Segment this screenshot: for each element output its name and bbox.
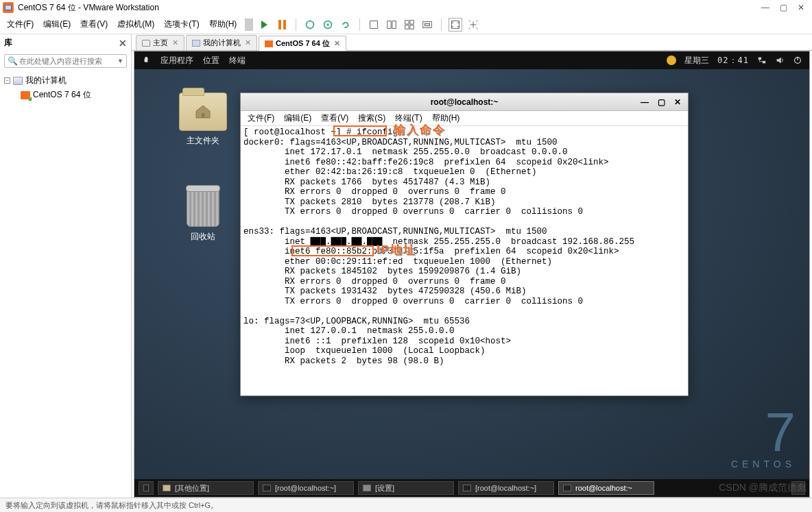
revert-button[interactable] [339, 18, 353, 32]
menu-tabs[interactable]: 选项卡(T) [160, 16, 203, 33]
svg-rect-7 [410, 20, 414, 23]
gnome-foot-icon[interactable] [141, 56, 151, 65]
gnome-places[interactable]: 位置 [203, 55, 219, 66]
desktop-trash[interactable]: 回收站 [173, 188, 233, 243]
svg-rect-6 [405, 20, 409, 23]
gnome-taskbar: [其他位置] [root@localhost:~] [设置] [root@loc… [134, 479, 809, 497]
tree-vm-item[interactable]: CentOS 7 64 位 [0, 88, 131, 102]
gnome-applications[interactable]: 应用程序 [160, 55, 193, 66]
house-icon [194, 104, 212, 119]
tree-root[interactable]: − 我的计算机 [0, 73, 131, 88]
home-icon [142, 40, 150, 47]
tab-close-icon[interactable]: ✕ [334, 39, 340, 48]
tree-vm-label: CentOS 7 64 位 [33, 89, 91, 101]
tab-close-icon[interactable]: ✕ [172, 38, 178, 47]
volume-icon[interactable] [775, 56, 785, 65]
svg-rect-5 [392, 21, 396, 28]
tab-close-icon[interactable]: ✕ [245, 38, 251, 47]
vm-viewport[interactable]: 应用程序 位置 终端 星期三 02：41 主文件夹 回收站 [134, 51, 810, 498]
face-icon[interactable] [667, 56, 676, 65]
centos-watermark: 7 CENTOS [731, 401, 796, 470]
fullscreen-button[interactable] [449, 18, 462, 32]
vm-icon [265, 40, 273, 47]
term-menu-search[interactable]: 搜索(S) [354, 111, 390, 125]
terminal-window[interactable]: root@localhost:~ — ▢ ✕ 文件(F) 编辑(E) 查看(V)… [240, 93, 689, 396]
vm-icon [21, 91, 30, 99]
taskbar-item-settings[interactable]: [设置] [358, 481, 454, 495]
terminal-menu: 文件(F) 编辑(E) 查看(V) 搜索(S) 终端(T) 帮助(H) [241, 111, 688, 126]
maximize-button[interactable]: ▢ [775, 1, 791, 14]
pause-button[interactable] [275, 18, 289, 32]
tab-home[interactable]: 主页✕ [136, 35, 184, 50]
terminal-title-bar[interactable]: root@localhost:~ — ▢ ✕ [241, 93, 688, 111]
view-single-button[interactable] [367, 18, 381, 32]
svg-rect-11 [425, 23, 430, 26]
annotation-label-command: 输入命令 [394, 122, 446, 138]
play-button[interactable] [257, 18, 271, 32]
vmware-status-bar: 要将输入定向到该虚拟机，请将鼠标指针移入其中或按 Ctrl+G。 [0, 498, 812, 512]
vmware-logo-icon [3, 2, 14, 13]
network-icon[interactable] [757, 56, 767, 65]
svg-rect-12 [452, 21, 459, 28]
vmware-title-bar: CentOS 7 64 位 - VMware Workstation — ▢ ✕ [0, 0, 812, 15]
snapshot-mgr-button[interactable] [321, 18, 335, 32]
stretch-button[interactable] [466, 18, 480, 32]
status-message: 要将输入定向到该虚拟机，请将鼠标指针移入其中或按 Ctrl+G。 [5, 500, 218, 511]
unity-button[interactable] [420, 18, 434, 32]
files-icon [163, 485, 171, 491]
taskbar-item-terminal-2[interactable]: [root@localhost:~] [458, 481, 554, 495]
tab-bar: 主页✕ 我的计算机✕ CentOS 7 64 位✕ [132, 34, 812, 51]
term-menu-edit[interactable]: 编辑(E) [280, 111, 315, 125]
terminal-icon [563, 485, 571, 491]
search-dropdown-icon[interactable]: ▼ [117, 58, 123, 64]
menu-edit[interactable]: 编辑(E) [39, 16, 75, 33]
search-input[interactable] [18, 56, 117, 66]
vmware-menu-bar: 文件(F) 编辑(E) 查看(V) 虚拟机(M) 选项卡(T) 帮助(H) [0, 15, 812, 34]
computer-icon [192, 40, 200, 47]
terminal-title: root@localhost:~ [431, 97, 499, 107]
trash-icon [187, 188, 219, 227]
terminal-maximize-button[interactable]: ▢ [654, 96, 669, 108]
power-icon[interactable] [793, 56, 802, 65]
svg-rect-9 [410, 25, 414, 28]
sidebar-close-button[interactable]: ✕ [119, 38, 127, 49]
term-menu-file[interactable]: 文件(F) [243, 111, 278, 125]
desktop-home-label: 主文件夹 [187, 136, 219, 145]
minimize-button[interactable]: — [757, 1, 774, 14]
desktop-trash-label: 回收站 [191, 232, 215, 241]
terminal-close-button[interactable]: ✕ [670, 96, 685, 108]
show-desktop-button[interactable] [139, 481, 154, 495]
tab-vm[interactable]: CentOS 7 64 位✕ [259, 36, 346, 51]
close-button[interactable]: ✕ [793, 1, 809, 14]
view-multi-button[interactable] [385, 18, 398, 32]
sidebar-search[interactable]: 🔍 ▼ [4, 54, 127, 68]
settings-icon [363, 485, 371, 491]
term-menu-view[interactable]: 查看(V) [317, 111, 353, 125]
gnome-clock[interactable]: 02：41 [717, 55, 749, 66]
terminal-minimize-button[interactable]: — [637, 96, 652, 108]
snapshot-button[interactable] [303, 18, 317, 32]
desktop-icon [143, 485, 149, 491]
taskbar-item-other[interactable]: [其他位置] [158, 481, 254, 495]
menu-view[interactable]: 查看(V) [76, 16, 112, 33]
menu-help[interactable]: 帮助(H) [205, 16, 241, 33]
view-thumb-button[interactable] [403, 18, 416, 32]
taskbar-item-terminal-3[interactable]: root@localhost:~ [558, 481, 654, 495]
computer-icon [13, 77, 23, 85]
separator [296, 19, 296, 31]
menu-file[interactable]: 文件(F) [3, 16, 38, 33]
terminal-body[interactable]: [ root@localhost ~] # ifconfig docker0: … [241, 126, 688, 395]
desktop-home-folder[interactable]: 主文件夹 [169, 93, 237, 147]
menu-vm[interactable]: 虚拟机(M) [113, 16, 158, 33]
gnome-terminal[interactable]: 终端 [229, 55, 246, 66]
svg-point-0 [307, 21, 314, 28]
gnome-day[interactable]: 星期三 [684, 55, 709, 66]
tree-root-label: 我的计算机 [25, 75, 67, 86]
collapse-icon[interactable]: − [4, 77, 10, 84]
svg-rect-8 [405, 25, 409, 28]
tab-mypc[interactable]: 我的计算机✕ [186, 35, 257, 50]
terminal-icon [463, 485, 471, 491]
svg-rect-3 [370, 21, 378, 28]
search-icon: 🔍 [8, 56, 18, 66]
taskbar-item-terminal-1[interactable]: [root@localhost:~] [258, 481, 354, 495]
